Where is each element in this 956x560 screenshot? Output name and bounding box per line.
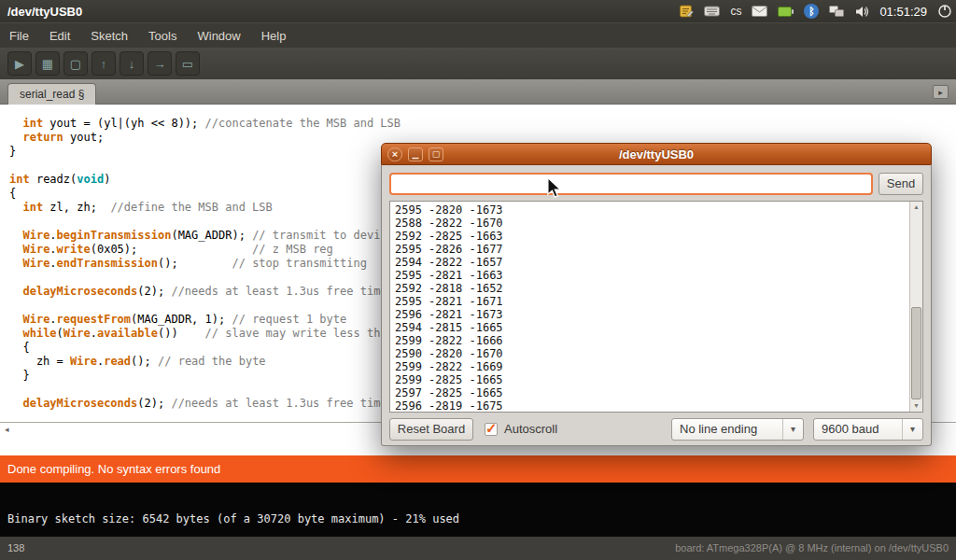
menu-sketch[interactable]: Sketch <box>91 29 128 43</box>
ide-footer: 138 board: ATmega328P(A) @ 8 MHz (intern… <box>0 537 956 560</box>
mail-icon[interactable] <box>752 6 767 17</box>
baud-rate-select[interactable]: 9600 baud ▾ <box>813 418 923 441</box>
menu-help[interactable]: Help <box>261 29 287 43</box>
save-icon: ↓ <box>129 58 135 70</box>
volume-icon[interactable] <box>855 6 869 18</box>
serial-line: 2599 -2825 -1665 <box>395 373 905 386</box>
save-sketch-button[interactable]: ↓ <box>120 51 144 76</box>
scroll-up-icon[interactable]: ▲ <box>910 202 922 213</box>
serial-line: 2596 -2819 -1675 <box>395 399 905 412</box>
serial-line: 2595 -2826 -1677 <box>395 243 905 256</box>
menu-window[interactable]: Window <box>197 29 240 43</box>
send-button[interactable]: Send <box>879 173 923 195</box>
serial-output-panel: 2595 -2820 -16732588 -2822 -16702592 -28… <box>389 201 923 413</box>
serial-line: 2588 -2822 -1670 <box>395 217 905 230</box>
stop-icon: ▦ <box>42 58 53 70</box>
console: Binary sketch size: 6542 bytes (of a 307… <box>0 483 956 537</box>
code-line: int yout = (yl|(yh << 8)); //concatenate… <box>9 117 956 131</box>
line-number: 138 <box>7 537 24 560</box>
new-file-icon: ▢ <box>70 58 81 70</box>
serial-line: 2595 -2821 -1663 <box>395 269 905 282</box>
serial-scrollbar[interactable]: ▲ ▼ <box>909 202 922 412</box>
serial-monitor-title: /dev/ttyUSB0 <box>382 144 931 165</box>
network-icon[interactable] <box>829 6 845 18</box>
serial-output[interactable]: 2595 -2820 -16732588 -2822 -16702592 -28… <box>390 202 909 412</box>
serial-line: 2592 -2825 -1663 <box>395 230 905 243</box>
serial-monitor-titlebar[interactable]: × ▁ ▢ /dev/ttyUSB0 <box>381 143 932 165</box>
new-sketch-button[interactable]: ▢ <box>63 51 88 76</box>
chevron-down-icon[interactable]: ▾ <box>782 419 803 440</box>
system-tray: cs ᛒ 01:51:29 <box>679 0 952 22</box>
minimize-icon[interactable]: ▁ <box>408 147 423 161</box>
notes-icon[interactable] <box>679 4 694 19</box>
clock[interactable]: 01:51:29 <box>879 5 927 19</box>
open-sketch-button[interactable]: ↑ <box>91 51 116 76</box>
menu-file[interactable]: File <box>9 29 29 43</box>
serial-line: 2594 -2822 -1657 <box>395 256 905 269</box>
serial-monitor-icon: ▭ <box>182 58 193 70</box>
baud-rate-value: 9600 baud <box>822 419 879 440</box>
screen: /dev/ttyUSB0 cs ᛒ <box>0 0 956 560</box>
tab-bar: serial_read § ▸ <box>0 79 956 105</box>
scroll-left-icon[interactable]: ◂ <box>5 425 9 434</box>
ubuntu-top-panel: /dev/ttyUSB0 cs ᛒ <box>0 0 956 22</box>
language-indicator[interactable]: cs <box>730 5 741 18</box>
serial-line: 2595 -2820 -1673 <box>395 203 905 217</box>
tab-menu-icon[interactable]: ▸ <box>933 85 949 99</box>
session-menu-icon[interactable] <box>937 4 952 19</box>
upload-icon: → <box>154 58 166 70</box>
serial-line: 2599 -2822 -1669 <box>395 360 905 373</box>
serial-line: 2595 -2821 -1671 <box>395 295 905 308</box>
serial-monitor-button[interactable]: ▭ <box>176 51 200 76</box>
scrollbar-thumb[interactable] <box>911 307 921 400</box>
toolbar-buttons: ▶▦▢↑↓→▭ <box>0 48 956 79</box>
serial-line: 2599 -2822 -1666 <box>395 334 905 347</box>
serial-monitor-controls: Reset Board ✓ Autoscroll No line ending … <box>389 418 923 441</box>
bluetooth-icon[interactable]: ᛒ <box>804 4 819 19</box>
menubar: FileEditSketchToolsWindowHelp <box>0 22 956 48</box>
serial-line: 2594 -2815 -1665 <box>395 321 905 334</box>
reset-board-button[interactable]: Reset Board <box>389 418 473 441</box>
menu-edit[interactable]: Edit <box>49 29 70 43</box>
tab-serial-read[interactable]: serial_read § <box>7 83 96 105</box>
autoscroll-checkbox[interactable]: ✓ <box>485 423 498 436</box>
stop-button[interactable]: ▦ <box>35 51 60 76</box>
verify-button[interactable]: ▶ <box>7 51 32 76</box>
line-ending-value: No line ending <box>680 419 757 440</box>
window-title: /dev/ttyUSB0 <box>0 5 82 19</box>
verify-icon: ▶ <box>15 58 24 70</box>
compile-status-message: Done compiling. No syntax errors found <box>0 455 956 483</box>
battery-icon[interactable] <box>778 7 794 17</box>
autoscroll-label: Autoscroll <box>504 418 557 441</box>
serial-line: 2597 -2825 -1665 <box>395 386 905 399</box>
close-icon[interactable]: × <box>387 147 402 161</box>
console-output: Binary sketch size: 6542 bytes (of a 307… <box>0 483 956 525</box>
serial-monitor-window: × ▁ ▢ /dev/ttyUSB0 Send 2595 -2820 -1673… <box>381 143 932 446</box>
serial-line: 2592 -2818 -1652 <box>395 282 905 295</box>
scroll-down-icon[interactable]: ▼ <box>910 400 922 412</box>
board-info: board: ATmega328P(A) @ 8 MHz (internal) … <box>675 537 949 560</box>
maximize-icon[interactable]: ▢ <box>429 147 443 161</box>
keyboard-layout-icon[interactable] <box>704 6 720 17</box>
mouse-cursor <box>547 177 562 198</box>
open-icon: ↑ <box>101 58 107 70</box>
upload-button[interactable]: → <box>148 51 172 76</box>
serial-line: 2596 -2821 -1673 <box>395 308 905 321</box>
compile-status-bar: Done compiling. No syntax errors found <box>0 455 956 483</box>
serial-input[interactable] <box>389 173 873 195</box>
serial-monitor-body: Send 2595 -2820 -16732588 -2822 -1670259… <box>381 165 932 446</box>
line-ending-select[interactable]: No line ending ▾ <box>671 418 804 441</box>
chevron-down-icon[interactable]: ▾ <box>902 419 922 440</box>
check-icon: ✓ <box>485 420 498 437</box>
serial-line: 2590 -2820 -1670 <box>395 347 905 360</box>
menu-tools[interactable]: Tools <box>148 29 176 43</box>
